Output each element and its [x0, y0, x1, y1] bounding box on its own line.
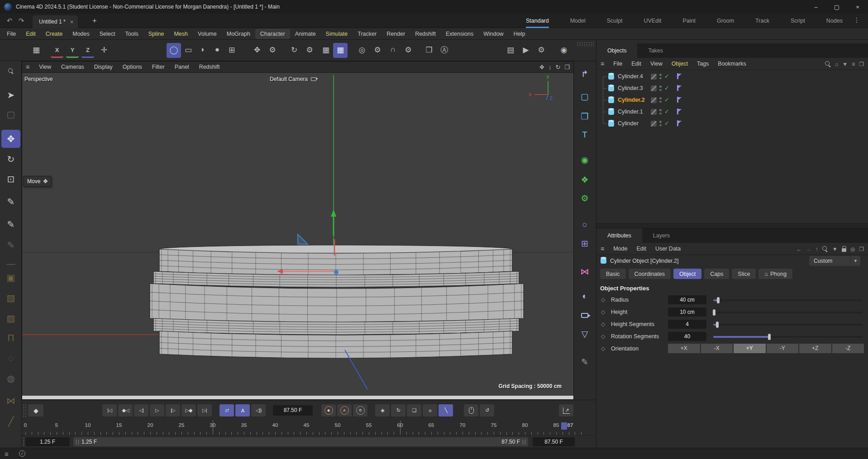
play-button[interactable]: ▷	[150, 404, 164, 416]
property-value-field[interactable]: 10 cm	[668, 308, 706, 317]
objects-menu-item[interactable]: View	[646, 59, 667, 68]
auto-workplane-icon[interactable]: Ⓐ	[437, 43, 452, 58]
zoom-icon[interactable]: ↕	[548, 64, 552, 71]
tag-flag-icon[interactable]	[677, 85, 678, 91]
property-value-field[interactable]: 4	[668, 320, 706, 329]
panel-tab[interactable]: Attributes	[596, 228, 642, 243]
text-primitive-icon[interactable]: T	[575, 126, 594, 144]
menu-item[interactable]: Window	[478, 29, 508, 39]
layer-toggle-icon[interactable]	[651, 74, 657, 80]
record-keyframe-button[interactable]: ◆	[321, 404, 336, 416]
goto-start-button[interactable]: |◁	[102, 404, 117, 416]
object-row[interactable]: Cylinder.2 ✓	[596, 94, 868, 106]
section-tab[interactable]: Basic	[600, 269, 626, 279]
status-menu-icon[interactable]: ≡	[5, 450, 9, 458]
keyframe-diamond-icon[interactable]: ◇	[601, 297, 605, 303]
objects-menu-item[interactable]: File	[609, 59, 627, 68]
slider-knob[interactable]	[768, 334, 771, 340]
layout-tab[interactable]: Standard	[526, 14, 549, 28]
property-value-field[interactable]: 40 cm	[668, 295, 706, 304]
bridge-icon[interactable]: Π	[1, 329, 20, 347]
weight-icon[interactable]: ◌	[1, 349, 20, 367]
capsule-tool-icon[interactable]: ◗	[196, 43, 210, 58]
objects-menu-item[interactable]: Object	[667, 59, 692, 68]
track-icon[interactable]: ◎	[850, 246, 855, 252]
render-view-button[interactable]: ▤	[503, 43, 518, 58]
axis-y-lock-button[interactable]: Y	[66, 43, 79, 58]
enabled-check-icon[interactable]: ✓	[664, 96, 669, 103]
orientation-option-button[interactable]: -Y	[767, 344, 799, 353]
generator-gear-icon[interactable]: ⚙	[575, 189, 594, 207]
section-tab[interactable]: Slice	[732, 269, 756, 279]
rotate-settings-gear-icon[interactable]: ⚙	[302, 43, 317, 58]
expand-icon[interactable]: ❐	[859, 246, 864, 252]
spline-rectangle-icon[interactable]: ▢	[575, 87, 594, 105]
timeline-grip[interactable]	[23, 404, 26, 417]
layout-tab[interactable]: Paint	[682, 14, 696, 28]
object-name[interactable]: Cylinder.1	[618, 109, 643, 115]
filter-icon[interactable]: ▼	[842, 61, 848, 67]
cube-primitive-icon[interactable]: ❒	[575, 107, 594, 125]
object-row[interactable]: Cylinder ✓	[596, 118, 868, 129]
gizmo-icon[interactable]: ✥	[250, 43, 264, 58]
timeline-ruler[interactable]: 051015202530354045505560657075808587	[22, 421, 596, 435]
preset-dropdown[interactable]: Custom ▼	[809, 256, 860, 266]
stage-funnel-icon[interactable]: ▽	[575, 325, 594, 343]
attributes-menu-icon[interactable]: ≡	[601, 245, 604, 252]
attributes-menu-item[interactable]: Mode	[609, 244, 632, 253]
enabled-check-icon[interactable]: ✓	[664, 85, 669, 91]
magnet-settings-gear-icon[interactable]: ⚙	[401, 43, 415, 58]
property-slider[interactable]	[713, 312, 863, 313]
axis-modify-icon[interactable]: ↱	[575, 65, 594, 83]
camera-label[interactable]: Default Camera	[270, 76, 316, 82]
menu-item[interactable]: Spline	[143, 29, 169, 39]
symmetry-icon[interactable]: ⋈	[575, 262, 594, 280]
magnet-icon[interactable]: ∩	[386, 43, 400, 58]
menu-item[interactable]: Character	[255, 29, 290, 39]
key-filter-button[interactable]: ╲	[439, 404, 453, 416]
slider-knob[interactable]	[713, 309, 715, 316]
layer-toggle-icon[interactable]	[651, 97, 657, 103]
property-slider[interactable]	[713, 299, 863, 301]
viewport-menu-item[interactable]: Redshift	[194, 62, 225, 71]
viewport-menu-item[interactable]: Panel	[170, 62, 194, 71]
panel-grip[interactable]	[577, 42, 595, 47]
keyframe-diamond-icon[interactable]: ◇	[601, 321, 605, 327]
object-row[interactable]: Cylinder.1 ✓	[596, 106, 868, 118]
scale-tool-icon[interactable]: ⊡	[1, 170, 20, 188]
section-tab[interactable]: Object	[673, 269, 701, 279]
object-row[interactable]: Cylinder.3 ✓	[596, 82, 868, 94]
forward-arrow-icon[interactable]: →	[806, 246, 811, 252]
range-end-field[interactable]: 87.50 F	[533, 437, 575, 446]
range-left-handle[interactable]	[76, 440, 79, 445]
slider-knob[interactable]	[717, 297, 720, 303]
polygon-pen-icon[interactable]: ◍	[1, 369, 20, 388]
extrude-icon[interactable]: ▧	[1, 289, 20, 307]
viewport-menu-item[interactable]: Filter	[147, 62, 170, 71]
axis-x-lock-button[interactable]: X	[51, 43, 63, 58]
rotate-tool-icon[interactable]: ↻	[287, 43, 301, 58]
interactive-render-icon[interactable]: ◉	[557, 43, 571, 58]
range-right-handle[interactable]	[523, 440, 525, 445]
close-button[interactable]: ×	[847, 0, 868, 14]
timeline-graph-button[interactable]: ↗	[559, 404, 573, 416]
prev-frame-button[interactable]: ◁|	[134, 404, 148, 416]
property-value-field[interactable]: 40	[668, 332, 706, 341]
filter-icon[interactable]: ▼	[832, 246, 838, 252]
viewport-canvas[interactable]: YXZ Perspective Default Camera Move ✥ Gr…	[22, 73, 573, 396]
autokey-display-button[interactable]: A	[235, 404, 250, 416]
annotate-pencil-icon[interactable]: ✎	[575, 353, 594, 371]
menu-item[interactable]: Edit	[21, 29, 41, 39]
prev-key-button[interactable]: ◆◁	[118, 404, 133, 416]
visibility-dots-icon[interactable]	[659, 109, 662, 114]
section-tab[interactable]: Caps	[704, 269, 729, 279]
orientation-option-button[interactable]: -X	[701, 344, 733, 353]
live-selection-icon[interactable]: ➤	[1, 86, 20, 104]
coordinate-system-icon[interactable]: ✛	[97, 43, 111, 58]
layout-tab[interactable]: Groom	[717, 14, 734, 28]
loop-playback-button[interactable]: ⇄	[219, 404, 234, 416]
menu-item[interactable]: Create	[41, 29, 68, 39]
tag-flag-icon[interactable]	[677, 97, 678, 103]
playback-rate-button[interactable]: ↺	[480, 404, 494, 416]
objects-menu-item[interactable]: Tags	[692, 59, 713, 68]
